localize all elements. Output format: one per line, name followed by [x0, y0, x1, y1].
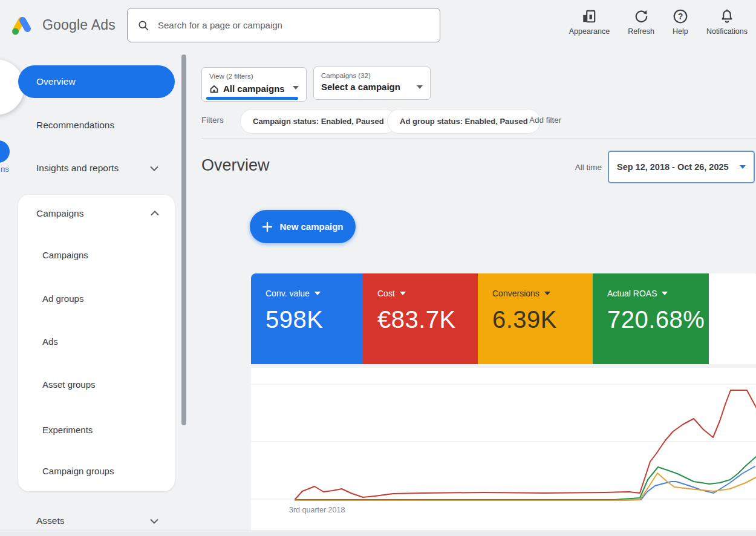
help-label: Help: [673, 27, 688, 36]
chevron-down-icon: [417, 85, 423, 89]
edge-cutoff-label: ns: [1, 165, 9, 174]
scorecard-conversions[interactable]: Conversions 6.39K: [478, 273, 593, 364]
chevron-down-icon: [662, 292, 668, 295]
date-preset-label: All time: [538, 163, 602, 172]
new-campaign-label: New campaign: [279, 221, 343, 232]
scorecard-actual-roas[interactable]: Actual ROAS 720.68%: [593, 273, 709, 364]
appearance-icon: [581, 8, 597, 24]
campaign-selector-label: Campaigns (32): [321, 72, 371, 79]
view-selector-label: View (2 filters): [209, 73, 253, 80]
svg-text:?: ?: [678, 11, 683, 21]
notifications-label: Notifications: [706, 27, 748, 36]
sidebar-scrollbar[interactable]: [181, 54, 186, 425]
scorecard-conv-value[interactable]: Conv. value 598K: [251, 273, 363, 364]
scorecard-conv-value-value: 598K: [266, 306, 363, 333]
scorecard-cost-label: Cost: [377, 289, 395, 298]
scorecard-actual-roas-label: Actual ROAS: [607, 289, 657, 298]
view-selector[interactable]: View (2 filters) All campaigns: [201, 67, 307, 102]
sidebar-item-campaigns[interactable]: Campaigns: [36, 208, 83, 219]
sidebar-campaigns-group: Campaigns Campaigns Ad groups Ads Asset …: [18, 195, 175, 491]
sidebar-recommendations-label: Recommendations: [36, 120, 114, 131]
chart-series-conv-value-blue: [295, 466, 755, 500]
filter-chip-ad-group-status[interactable]: Ad group status: Enabled, Paused: [387, 109, 541, 134]
chevron-down-icon: [400, 292, 406, 295]
chevron-down-icon: [150, 518, 158, 524]
appearance-label: Appearance: [569, 27, 610, 36]
scorecard-conv-value-label: Conv. value: [266, 289, 310, 298]
header-actions: Appearance Refresh ? Help Notifications: [569, 8, 748, 36]
sidebar-item-recommendations[interactable]: Recommendations: [36, 120, 114, 131]
scorecard-actual-roas-value: 720.68%: [607, 306, 709, 333]
overview-chart-card: 3rd quarter 2018: [251, 368, 756, 531]
chevron-down-icon: [150, 166, 158, 171]
scorecard-strip: Conv. value 598K Cost €83.7K Conversions…: [251, 273, 756, 364]
search-icon: [137, 19, 149, 31]
global-search[interactable]: [127, 8, 440, 42]
sidebar-overview-label: Overview: [36, 76, 76, 87]
scorecard-conversions-label: Conversions: [492, 289, 539, 298]
sidebar-item-insights-and-reports[interactable]: Insights and reports: [36, 163, 119, 174]
sidebar-item-assets[interactable]: Assets: [36, 515, 65, 526]
refresh-label: Refresh: [628, 27, 654, 36]
chevron-down-icon: [544, 292, 550, 295]
new-campaign-button[interactable]: New campaign: [250, 210, 356, 243]
scorecard-cost-value: €83.7K: [377, 306, 478, 333]
refresh-icon: [633, 8, 649, 24]
google-ads-logo: Google Ads: [10, 13, 116, 36]
sidebar-subitem-campaigns[interactable]: Campaigns: [42, 250, 88, 260]
window-bottom-edge: [0, 531, 756, 536]
sidebar-subitem-ads[interactable]: Ads: [42, 336, 58, 347]
campaign-selector-value: Select a campaign: [321, 82, 400, 92]
notifications-button[interactable]: Notifications: [706, 8, 748, 36]
scorecard-cost[interactable]: Cost €83.7K: [363, 273, 478, 364]
help-icon: ?: [673, 8, 688, 24]
date-range-value: Sep 12, 2018 - Oct 26, 2025: [617, 162, 729, 172]
search-input[interactable]: [157, 19, 430, 31]
sidebar-subitem-asset-groups[interactable]: Asset groups: [42, 379, 96, 390]
google-ads-app: Google Ads Appearance Refresh: [0, 0, 756, 536]
filters-label: Filters: [201, 116, 224, 125]
home-icon: [209, 84, 219, 94]
section-divider: [201, 138, 756, 139]
google-ads-logo-icon: [10, 13, 34, 36]
date-range-picker[interactable]: Sep 12, 2018 - Oct 26, 2025: [608, 151, 755, 183]
chart-series-cost-red: [295, 390, 756, 499]
scorecard-conversions-value: 6.39K: [492, 306, 593, 333]
chevron-down-icon: [740, 165, 746, 169]
view-selector-value: All campaigns: [223, 83, 285, 94]
refresh-button[interactable]: Refresh: [628, 8, 654, 36]
appearance-button[interactable]: Appearance: [569, 8, 610, 36]
sidebar-assets-label: Assets: [36, 515, 65, 526]
edge-cutoff-badge[interactable]: [0, 140, 10, 163]
sidebar-subitem-ad-groups[interactable]: Ad groups: [42, 293, 83, 304]
active-view-underline: [206, 97, 298, 100]
chevron-down-icon: [293, 86, 299, 90]
sidebar-insights-label: Insights and reports: [36, 163, 119, 174]
page-title: Overview: [201, 156, 270, 175]
x-axis-first-tick: 3rd quarter 2018: [289, 506, 345, 514]
sidebar-item-overview[interactable]: Overview: [18, 65, 175, 98]
notifications-icon: [719, 8, 735, 24]
chart-series-conversions-yellow: [295, 473, 756, 500]
campaign-selector[interactable]: Campaigns (32) Select a campaign: [313, 67, 431, 100]
sidebar-subitem-campaign-groups[interactable]: Campaign groups: [42, 466, 114, 476]
help-button[interactable]: ? Help: [673, 8, 688, 36]
sidebar-campaigns-label: Campaigns: [36, 208, 83, 218]
add-filter-button[interactable]: Add filter: [529, 116, 561, 125]
logo-text: Google Ads: [42, 17, 116, 33]
chevron-down-icon: [314, 292, 321, 295]
filter-chip-campaign-status[interactable]: Campaign status: Enabled, Paused: [240, 109, 397, 134]
chevron-up-icon: [151, 211, 159, 216]
sidebar-subitem-experiments[interactable]: Experiments: [42, 425, 93, 435]
plus-icon: [262, 221, 273, 232]
